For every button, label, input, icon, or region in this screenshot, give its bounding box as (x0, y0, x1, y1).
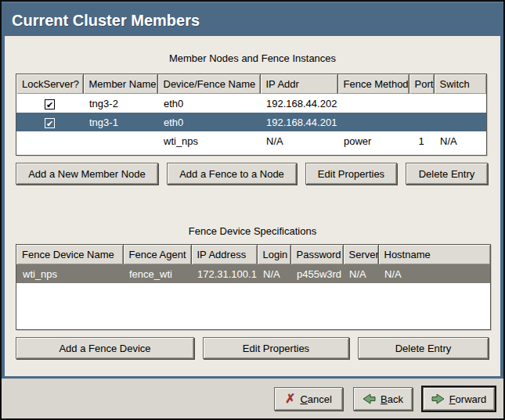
fence-table-header-row: Fence Device NameFence AgentIP AddressLo… (16, 245, 490, 264)
member-actions: Add a New Member Node Add a Fence to a N… (16, 163, 500, 185)
table-row[interactable]: ✔tng3-1eth0192.168.44.201 (16, 113, 486, 131)
back-button[interactable]: Back (353, 387, 413, 411)
column-header[interactable]: Fence Device Name (16, 245, 123, 264)
cancel-label: Cancel (300, 393, 331, 405)
table-cell: wti_nps (16, 264, 123, 283)
table-cell: 1 (409, 131, 434, 150)
forward-button[interactable]: Forward (423, 387, 495, 411)
add-fence-to-node-button[interactable]: Add a Fence to a Node (167, 163, 297, 185)
table-cell: eth0 (157, 113, 260, 131)
table-cell (16, 131, 83, 150)
member-nodes-table: LockServer?Member NameDevice/Fence NameI… (16, 74, 487, 156)
column-header[interactable]: IP Addr (260, 74, 337, 94)
member-edit-properties-button[interactable]: Edit Properties (305, 163, 397, 185)
table-cell (337, 94, 409, 113)
table-cell (434, 94, 486, 113)
column-header[interactable]: Password (290, 245, 343, 264)
table-cell: tng3-1 (83, 113, 157, 131)
column-header[interactable]: Login (257, 245, 290, 264)
fence-devices-table: Fence Device NameFence AgentIP AddressLo… (16, 244, 491, 330)
column-header[interactable]: Hostname (378, 245, 490, 264)
table-cell: tng3-2 (83, 94, 157, 113)
fence-section-label: Fence Device Specifications (5, 225, 500, 237)
column-header[interactable]: Port (409, 74, 434, 94)
table-row[interactable]: ✔tng3-2eth0192.168.44.202 (16, 94, 486, 113)
table-cell: N/A (260, 131, 337, 150)
table-cell (434, 113, 486, 131)
fence-actions: Add a Fence Device Edit Properties Delet… (16, 337, 500, 359)
table-cell: eth0 (157, 94, 260, 113)
table-row[interactable]: wti_npsfence_wti172.31.100.1N/Ap455w3rdN… (16, 264, 490, 283)
members-section-label: Member Nodes and Fence Instances (5, 52, 500, 64)
table-cell: N/A (343, 264, 378, 283)
column-header[interactable]: Fence Method (337, 74, 409, 94)
table-cell: ✔ (16, 113, 83, 131)
table-cell: N/A (257, 264, 290, 283)
table-cell (409, 113, 434, 131)
table-cell (409, 94, 434, 113)
column-header[interactable]: Fence Agent (123, 245, 191, 264)
table-cell (83, 131, 157, 150)
back-label: Back (381, 393, 403, 405)
column-header[interactable]: Device/Fence Name (157, 74, 260, 94)
column-header[interactable]: IP Address (191, 245, 257, 264)
table-cell: 172.31.100.1 (191, 264, 257, 283)
wizard-button-bar: ✗ Cancel Back Forward (2, 379, 503, 418)
arrow-left-icon (363, 393, 376, 404)
cancel-x-icon: ✗ (285, 393, 295, 405)
fence-edit-properties-button[interactable]: Edit Properties (203, 337, 349, 359)
member-delete-entry-button[interactable]: Delete Entry (406, 163, 488, 185)
table-cell: 192.168.44.201 (260, 113, 337, 131)
lockserver-checkbox-checked-icon[interactable]: ✔ (45, 99, 55, 109)
lockserver-checkbox-checked-icon[interactable]: ✔ (45, 118, 55, 128)
table-cell: N/A (434, 131, 486, 150)
page-title: Current Cluster Members (2, 2, 503, 36)
table-cell: power (337, 131, 409, 150)
member-table-header-row: LockServer?Member NameDevice/Fence NameI… (16, 74, 486, 94)
wizard-window: Current Cluster Members Member Nodes and… (0, 0, 505, 420)
content-area: Member Nodes and Fence Instances LockSer… (2, 36, 503, 379)
column-header[interactable]: Switch (434, 74, 486, 94)
table-cell: wti_nps (157, 131, 260, 150)
table-cell: 192.168.44.202 (260, 94, 337, 113)
column-header[interactable]: Member Name (83, 74, 157, 94)
add-fence-device-button[interactable]: Add a Fence Device (16, 337, 194, 359)
table-cell (337, 113, 409, 131)
fence-delete-entry-button[interactable]: Delete Entry (358, 337, 489, 359)
forward-label: Forward (449, 393, 487, 405)
add-member-node-button[interactable]: Add a New Member Node (16, 163, 158, 185)
arrow-right-icon (431, 393, 445, 404)
column-header[interactable]: LockServer? (16, 74, 83, 94)
cancel-button[interactable]: ✗ Cancel (274, 387, 343, 411)
column-header[interactable]: Server (343, 245, 378, 264)
table-cell: N/A (378, 264, 490, 283)
table-cell: p455w3rd (290, 264, 343, 283)
table-cell: fence_wti (123, 264, 191, 283)
table-cell: ✔ (16, 94, 83, 113)
table-row[interactable]: wti_npsN/Apower1N/A (16, 131, 486, 150)
